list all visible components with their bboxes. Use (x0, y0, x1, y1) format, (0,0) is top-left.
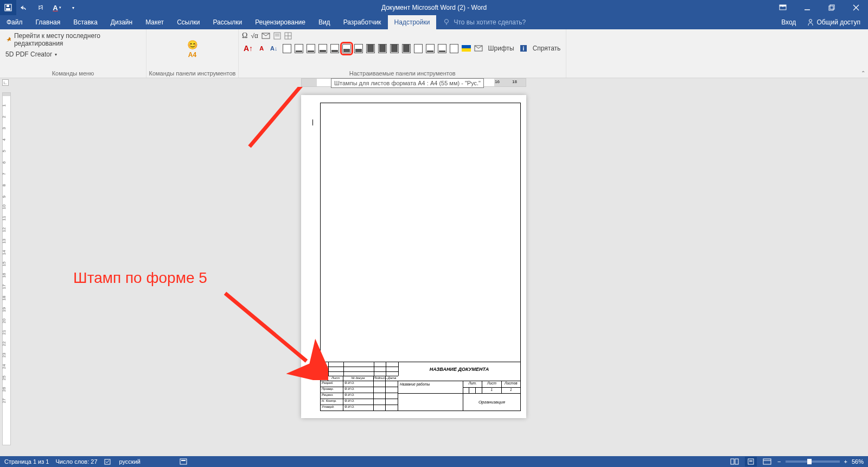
stamp-5-highlighted[interactable] (342, 44, 351, 53)
zoom-in-button[interactable]: + (844, 458, 847, 465)
tab-home[interactable]: Главная (29, 15, 67, 29)
svg-point-10 (445, 20, 449, 23)
status-bar: Страница 1 из 1 Число слов: 27 русский −… (0, 456, 868, 467)
collapse-ribbon-button[interactable]: ⌃ (861, 70, 865, 76)
stamp-10[interactable] (402, 44, 411, 53)
stamp-12[interactable] (426, 44, 435, 53)
stamp-9[interactable] (390, 44, 399, 53)
zoom-level[interactable]: 56% (852, 458, 864, 465)
tab-references[interactable]: Ссылки (170, 15, 206, 29)
svg-rect-29 (735, 459, 738, 464)
zoom-slider[interactable] (786, 460, 840, 463)
tab-view[interactable]: Вид (312, 15, 337, 29)
a4-button[interactable]: А4 (188, 51, 196, 59)
share-icon (807, 18, 814, 26)
tab-design[interactable]: Дизайн (104, 15, 139, 29)
save-button[interactable] (0, 0, 16, 15)
stamp-14[interactable] (450, 44, 458, 53)
sign-rows: Разраб.Ф.И.О. Провер.Ф.И.О. Реценз.Ф.И.О… (321, 381, 398, 411)
svg-rect-7 (830, 5, 834, 9)
tab-addins[interactable]: Надстройки (388, 15, 437, 29)
spellcheck-icon[interactable] (104, 458, 113, 465)
text-cursor (312, 119, 313, 125)
tab-mailings[interactable]: Рассылки (206, 15, 248, 29)
ribbon-display-options[interactable] (770, 0, 795, 15)
ribbon-group-label: Команды меню (0, 69, 146, 78)
svg-rect-6 (829, 6, 833, 10)
minimize-button[interactable] (795, 0, 819, 15)
tab-file[interactable]: Файл (0, 15, 29, 29)
title-bar: A▾ ▾ Документ Microsoft Word (2) - Word (0, 0, 868, 15)
redo-button[interactable] (33, 0, 49, 15)
ref-icon[interactable] (273, 32, 281, 40)
window-title: Документ Microsoft Word (2) - Word (381, 4, 487, 11)
pdf-creator-button[interactable]: 5D PDF Creator▾ (3, 49, 59, 59)
goto-last-edit-button[interactable]: Перейти к месту последнего редактировани… (3, 31, 143, 48)
stamp-11[interactable] (414, 44, 423, 53)
table-icon[interactable] (284, 32, 292, 40)
annotation-text: Штамп по форме 5 (73, 269, 207, 287)
stamp-6[interactable] (354, 44, 363, 53)
svg-rect-33 (763, 459, 771, 464)
window-controls (770, 0, 868, 15)
font-size-small[interactable]: A (258, 45, 265, 52)
omega-icon[interactable]: Ω (242, 31, 247, 40)
web-layout-button[interactable] (761, 457, 773, 466)
envelope-icon[interactable] (261, 32, 270, 40)
svg-rect-2 (7, 5, 9, 7)
ribbon-tabs: Файл Главная Вставка Дизайн Макет Ссылки… (0, 15, 868, 29)
tab-review[interactable]: Рецензирование (248, 15, 312, 29)
word-count[interactable]: Число слов: 27 (55, 458, 97, 465)
stamp-13[interactable] (438, 44, 446, 53)
svg-text:i: i (522, 46, 524, 52)
undo-button[interactable] (16, 0, 33, 15)
fonts-button[interactable]: Шрифты (486, 43, 516, 53)
pin-icon (5, 36, 12, 43)
font-color-button[interactable]: A▾ (49, 0, 65, 15)
svg-rect-1 (6, 8, 10, 10)
font-size-large[interactable]: A↑ (242, 43, 254, 53)
document-page[interactable]: НАЗВАНИЕ ДОКУМЕНТА Изм. Лист № докум. По… (301, 95, 526, 418)
document-area: 1234567891011121314151617181920212223242… (0, 87, 868, 456)
sign-in-button[interactable]: Вход (775, 18, 802, 26)
smiley-icon[interactable]: 😊 (187, 40, 198, 50)
info-icon[interactable]: i (520, 45, 527, 52)
tell-me-search[interactable]: Что вы хотите сделать? (436, 15, 532, 29)
ribbon-group-label: Команды панели инструментов (146, 69, 238, 78)
font-color[interactable]: A↓ (269, 45, 279, 52)
svg-rect-28 (731, 459, 734, 464)
stamp-8[interactable] (378, 44, 387, 53)
flag-ua-icon[interactable] (462, 45, 471, 52)
page-count[interactable]: Страница 1 из 1 (4, 458, 49, 465)
tab-insert[interactable]: Вставка (67, 15, 104, 29)
macro-icon[interactable] (180, 458, 187, 465)
envelope-icon-2[interactable] (474, 45, 483, 52)
qat-customize-button[interactable]: ▾ (65, 0, 81, 15)
svg-rect-26 (180, 459, 187, 464)
stamp-blank[interactable] (283, 44, 291, 53)
close-button[interactable] (844, 0, 868, 15)
stamp-3[interactable] (318, 44, 327, 53)
tooltip: Штампы для листов формата А4 : А4 (55 мм… (331, 78, 484, 88)
language[interactable]: русский (119, 458, 141, 465)
stamp-1[interactable] (295, 44, 303, 53)
stamp-2[interactable] (307, 44, 315, 53)
stamp-4[interactable] (330, 44, 339, 53)
zoom-out-button[interactable]: − (777, 458, 781, 465)
tell-me-placeholder: Что вы хотите сделать? (454, 18, 526, 26)
stamp-7[interactable] (366, 44, 375, 53)
page-frame: НАЗВАНИЕ ДОКУМЕНТА Изм. Лист № докум. По… (320, 103, 521, 411)
sqrt-icon[interactable]: √α (251, 32, 258, 40)
tab-stop-selector[interactable]: ∟ (2, 79, 9, 86)
read-mode-button[interactable] (729, 457, 741, 466)
tab-layout[interactable]: Макет (139, 15, 170, 29)
ribbon: Перейти к месту последнего редактировани… (0, 29, 868, 78)
svg-line-24 (225, 293, 307, 361)
print-layout-button[interactable] (745, 457, 757, 466)
tab-developer[interactable]: Разработчик (337, 15, 388, 29)
vertical-ruler[interactable]: 1234567891011121314151617181920212223242… (2, 92, 11, 445)
hide-button[interactable]: Спрятать (531, 43, 563, 53)
share-button[interactable]: Общий доступ (802, 15, 865, 29)
svg-rect-27 (181, 460, 186, 461)
maximize-button[interactable] (819, 0, 844, 15)
